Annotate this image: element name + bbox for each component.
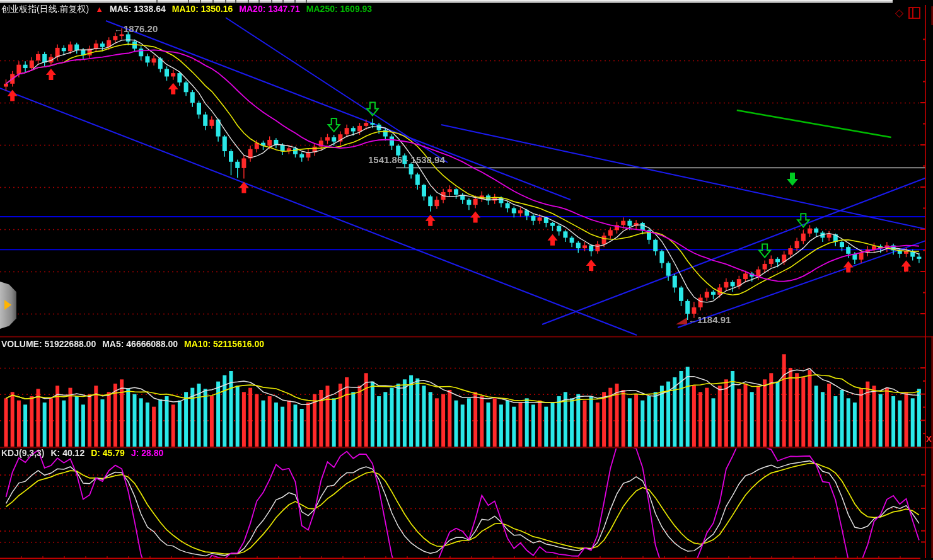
legend-item: KDJ(9,3,3) [1,449,44,458]
low-arrowhead-icon [676,317,687,324]
legend-item: D: 45.79 [91,449,125,458]
legend-item: K: 40.12 [50,449,84,458]
legend-item: MA10: 1350.16 [172,4,233,14]
main-chart-header: 创业板指(日线.前复权)▲MA5: 1338.64MA10: 1350.16MA… [1,4,372,14]
toolbar-separator [200,0,201,3]
kdj-legend: KDJ(9,3,3)K: 40.12D: 45.79J: 28.80 [1,449,163,458]
chart-application-window: 创业板指(日线.前复权)▲MA5: 1338.64MA10: 1350.16MA… [0,0,933,560]
diamond-tool-icon[interactable]: ◇ [895,8,903,19]
legend-item: MA5: 1338.64 [110,4,166,14]
panel-close-button[interactable]: X [925,434,932,445]
volume-header: VOLUME: 51922688.00MA5: 46666088.00MA10:… [1,340,264,349]
toolbar-separator [188,0,189,3]
toolbar-separator [156,0,158,3]
toolbar-separator [212,0,214,3]
low-price-label: 1184.91 [697,314,731,325]
toolbar-separator [271,0,272,3]
legend-item: MA10: 52115616.00 [184,340,264,349]
toolbar-bottom-edge [0,0,893,3]
toolbar-separator [294,0,296,3]
toolbar-separator [225,0,226,3]
ma-legend: MA5: 1338.64MA10: 1350.16MA20: 1347.71MA… [110,4,372,14]
volume-legend: VOLUME: 51922688.00MA5: 46666088.00MA10:… [1,340,264,349]
peak-price-label: 1876.20 [124,23,158,34]
toolbar-separator [306,0,307,3]
corner-tools: ◇ [895,7,920,19]
gap-price-label: 1541.86 - 1538.94 [368,154,445,165]
toolbar-separator [235,0,236,3]
legend-item: MA5: 46666088.00 [102,340,178,349]
toolbar-separator [282,0,284,3]
chart-canvas[interactable] [0,0,933,560]
chart-title: 创业板指(日线.前复权) [1,4,89,14]
toolbar-separator [248,0,249,3]
toolbar-separator [258,0,260,3]
up-arrow-icon: ▲ [95,4,103,14]
legend-item: MA20: 1347.71 [239,4,300,14]
legend-item: VOLUME: 51922688.00 [1,340,96,349]
low-pointer-icon: ← [688,316,697,325]
split-divider [912,8,913,18]
peak-pointer-icon: ← [114,25,122,34]
expand-arrow-icon [4,300,11,310]
split-window-icon[interactable] [908,7,920,19]
kdj-header: KDJ(9,3,3)K: 40.12D: 45.79J: 28.80 [1,449,163,458]
legend-item: J: 28.80 [131,449,163,458]
legend-item: MA250: 1609.93 [306,4,372,14]
